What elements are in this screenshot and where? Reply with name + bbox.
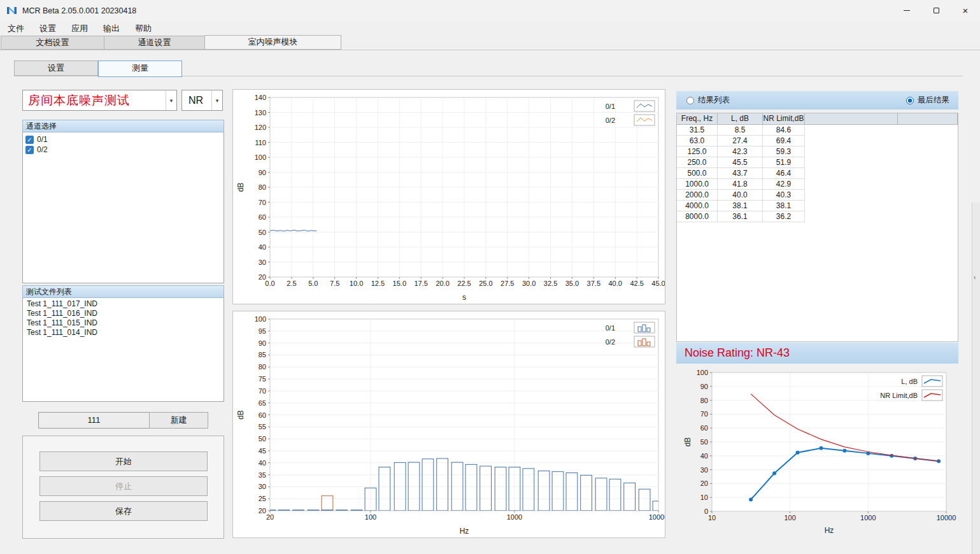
svg-text:0: 0 [704, 508, 708, 515]
table-row[interactable]: 250.045.551.9 [677, 157, 958, 168]
subtab-measure[interactable]: 测量 [98, 60, 182, 77]
stop-button[interactable]: 停止 [39, 476, 208, 496]
radio-result-list[interactable]: 结果列表 [686, 95, 730, 106]
svg-text:20: 20 [700, 479, 708, 487]
results-table: Freq., HzL, dBNR Limit,dB 31.58.584.663.… [676, 113, 958, 342]
table-cell [805, 125, 898, 136]
subtab-settings[interactable]: 设置 [14, 60, 98, 76]
table-cell [898, 146, 958, 157]
svg-text:12.5: 12.5 [371, 280, 385, 287]
table-cell [898, 125, 958, 136]
svg-text:35: 35 [259, 471, 266, 479]
save-button[interactable]: 保存 [39, 501, 208, 521]
table-cell: 2000.0 [677, 190, 718, 201]
nr-result-canvas: 101001000100000102030405060708090100HzdB… [676, 366, 958, 537]
titlebar: MCR Beta 2.05.0.001 20230418 × [0, 0, 980, 21]
svg-text:dB: dB [236, 410, 245, 420]
table-cell: 41.8 [718, 179, 763, 190]
menu-apply[interactable]: 应用 [64, 22, 96, 36]
menu-settings[interactable]: 设置 [32, 22, 64, 36]
channel-item[interactable]: ✓0/1 [23, 134, 224, 145]
column-header: NR Limit,dB [763, 113, 805, 124]
maximize-button[interactable] [921, 0, 951, 21]
test-type-value: 房间本底噪声测试 [23, 92, 166, 109]
menu-file[interactable]: 文件 [0, 22, 32, 36]
close-button[interactable]: × [951, 0, 980, 21]
chevron-down-icon[interactable]: ▾ [211, 90, 222, 110]
checkbox-checked-icon[interactable]: ✓ [25, 146, 34, 154]
table-cell [898, 179, 958, 190]
test-type-select[interactable]: 房间本底噪声测试 ▾ [22, 90, 177, 111]
svg-text:100: 100 [697, 369, 708, 376]
table-cell: 31.5 [677, 125, 718, 136]
table-cell: 45.5 [718, 157, 763, 168]
svg-text:75: 75 [259, 375, 266, 383]
list-item[interactable]: Test 1_111_016_IND [23, 309, 224, 318]
list-item[interactable]: Test 1_111_015_IND [23, 318, 224, 328]
channel-item[interactable]: ✓0/2 [23, 145, 224, 155]
table-row[interactable]: 1000.041.842.9 [677, 179, 958, 190]
result-mode-bar: 结果列表 最后结果 [676, 91, 958, 110]
table-cell: 250.0 [677, 157, 718, 168]
time-history-chart: 0.02.55.07.510.012.515.017.520.022.525.0… [232, 89, 665, 304]
svg-text:65: 65 [259, 399, 266, 407]
list-item[interactable]: Test 1_111_014_IND [23, 328, 224, 337]
svg-text:22.5: 22.5 [457, 280, 471, 287]
start-button[interactable]: 开始 [39, 451, 208, 471]
tab-room-noise-module[interactable]: 室内噪声模块 [204, 35, 341, 50]
table-cell: 40.3 [763, 190, 805, 201]
channel-label: 0/2 [37, 145, 48, 154]
svg-text:85: 85 [259, 351, 266, 359]
table-row[interactable]: 8000.036.136.2 [677, 211, 958, 222]
table-row[interactable]: 63.027.469.4 [677, 136, 958, 146]
tab-document-settings[interactable]: 文档设置 [1, 36, 104, 50]
table-row[interactable]: 125.042.359.3 [677, 146, 958, 157]
svg-text:70: 70 [259, 199, 266, 206]
svg-text:50: 50 [259, 435, 266, 443]
table-body: 31.58.584.663.027.469.4125.042.359.3250.… [677, 125, 958, 222]
menu-help[interactable]: 帮助 [127, 22, 159, 36]
session-name-input[interactable]: 111 [38, 412, 150, 429]
menu-bar: 文件设置应用输出帮助 [0, 21, 980, 36]
table-row[interactable]: 500.043.746.4 [677, 168, 958, 179]
svg-text:100: 100 [255, 315, 266, 323]
table-row[interactable]: 2000.040.040.3 [677, 190, 958, 201]
app-window: MCR Beta 2.05.0.001 20230418 × 文件设置应用输出帮… [0, 0, 980, 554]
column-header [805, 113, 898, 124]
radio-last-result[interactable]: 最后结果 [906, 95, 949, 106]
table-cell [898, 157, 958, 168]
svg-text:Hz: Hz [460, 527, 469, 536]
table-row[interactable]: 4000.038.138.1 [677, 201, 958, 211]
channel-list[interactable]: ✓0/1✓0/2 [22, 132, 224, 283]
table-cell [898, 201, 958, 211]
svg-text:110: 110 [255, 139, 266, 146]
table-cell: 38.1 [763, 201, 805, 211]
channel-section-header: 通道选择 [22, 120, 224, 132]
list-item[interactable]: Test 1_111_017_IND [23, 299, 224, 309]
svg-text:80: 80 [259, 183, 266, 191]
menu-output[interactable]: 输出 [96, 22, 127, 36]
tab-channel-settings[interactable]: 通道设置 [104, 36, 204, 50]
test-file-list[interactable]: Test 1_111_017_INDTest 1_111_016_INDTest… [22, 298, 224, 402]
nr-result-chart: 101001000100000102030405060708090100HzdB… [676, 366, 958, 537]
svg-text:30: 30 [700, 466, 708, 474]
table-cell: 27.4 [718, 136, 763, 146]
svg-text:140: 140 [255, 94, 266, 101]
svg-text:60: 60 [700, 424, 708, 432]
svg-text:10.0: 10.0 [350, 280, 363, 287]
table-row[interactable]: 31.58.584.6 [677, 125, 958, 136]
radio-result-list-label: 结果列表 [698, 95, 730, 106]
rating-type-select[interactable]: NR ▾ [181, 90, 223, 111]
svg-text:45: 45 [259, 447, 266, 455]
svg-text:20.0: 20.0 [436, 280, 449, 287]
svg-text:95: 95 [259, 327, 266, 335]
table-cell: 36.1 [718, 211, 763, 222]
svg-text:0/1: 0/1 [606, 103, 615, 110]
minimize-button[interactable] [892, 0, 921, 21]
svg-text:20: 20 [266, 513, 274, 521]
svg-text:55: 55 [259, 423, 266, 430]
side-panel-collapse-strip[interactable]: ‹ [972, 202, 980, 554]
new-button[interactable]: 新建 [149, 412, 208, 429]
chevron-down-icon[interactable]: ▾ [166, 90, 176, 110]
checkbox-checked-icon[interactable]: ✓ [25, 136, 34, 144]
